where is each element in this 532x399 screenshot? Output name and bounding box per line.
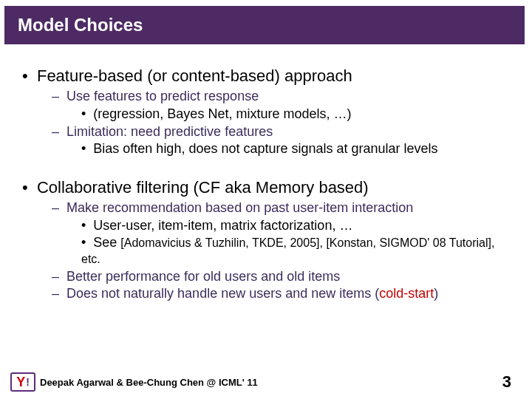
bullet-text: Use features to predict response (66, 89, 259, 103)
slide-content: • Feature-based (or content-based) appro… (0, 44, 532, 399)
bullet-text-lead: See (93, 235, 120, 250)
bullet-text: Bias often high, does not capture signal… (93, 141, 437, 156)
bullet-text-refs: [Adomavicius & Tuzhilin, TKDE, 2005], [K… (81, 236, 494, 265)
bullet-text: Collaborative filtering (CF aka Memory b… (37, 178, 369, 197)
bullet-feature-based: • Feature-based (or content-based) appro… (22, 66, 510, 86)
yahoo-logo-icon: Y! (10, 372, 35, 392)
bullet-text: User-user, item-item, matrix factorizati… (93, 218, 352, 233)
subbullet-better-perf: – Better performance for old users and o… (52, 269, 510, 285)
spacer (22, 159, 510, 178)
bullet-text-lead: Does not naturally handle new users and … (66, 286, 379, 301)
title-bar: Model Choices (4, 6, 525, 44)
page-number: 3 (502, 372, 511, 392)
footer: Y! Deepak Agarwal & Bee-Chung Chen @ ICM… (0, 372, 532, 392)
slide: Model Choices • Feature-based (or conten… (0, 0, 532, 399)
slide-title: Model Choices (18, 15, 511, 35)
subbullet-make-rec: – Make recommendation based on past user… (52, 200, 510, 216)
bullet-text: Feature-based (or content-based) approac… (37, 66, 352, 85)
subbullet-cold-start: – Does not naturally handle new users an… (52, 286, 510, 302)
subbullet-limitation: – Limitation: need predictive features (52, 124, 510, 140)
subbullet-use-features: – Use features to predict response (52, 89, 510, 105)
logo-y: Y (16, 375, 25, 390)
cold-start-term: cold-start (379, 286, 434, 301)
subsubbullet-bias: • Bias often high, does not capture sign… (81, 141, 510, 157)
bullet-text-tail: ) (434, 286, 438, 301)
bullet-text: (regression, Bayes Net, mixture models, … (93, 106, 351, 121)
footer-credit: Deepak Agarwal & Bee-Chung Chen @ ICML' … (40, 377, 502, 388)
subsubbullet-see-refs: • See [Adomavicius & Tuzhilin, TKDE, 200… (81, 235, 510, 267)
subsubbullet-user-item: • User-user, item-item, matrix factoriza… (81, 218, 510, 234)
bullet-text: Better performance for old users and old… (66, 269, 340, 284)
bullet-cf: • Collaborative filtering (CF aka Memory… (22, 178, 510, 197)
subsubbullet-regression: • (regression, Bayes Net, mixture models… (81, 106, 510, 123)
bullet-text: Make recommendation based on past user-i… (66, 200, 413, 215)
logo-bang: ! (26, 376, 30, 388)
bullet-text: Limitation: need predictive features (66, 124, 273, 139)
